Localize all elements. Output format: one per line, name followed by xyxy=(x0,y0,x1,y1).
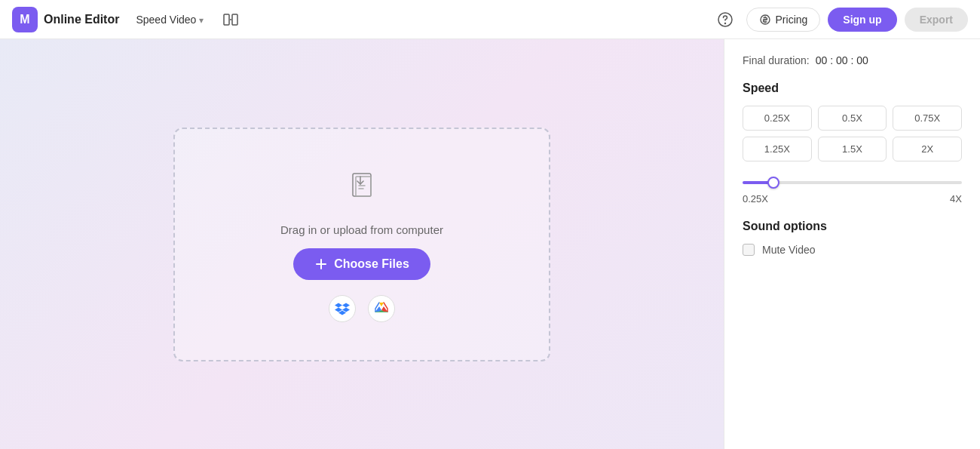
speed-btn-0.5x[interactable]: 0.5X xyxy=(818,106,887,131)
app-name: Online Editor xyxy=(44,13,119,26)
nav-item-label: Speed Video xyxy=(136,14,196,26)
split-view-icon[interactable] xyxy=(220,9,241,30)
slider-labels: 0.25X 4X xyxy=(743,193,962,205)
speed-btn-1.25x[interactable]: 1.25X xyxy=(743,137,812,161)
pricing-label: Pricing xyxy=(776,14,808,26)
mute-row: Mute Video xyxy=(743,244,962,256)
choose-files-label: Choose Files xyxy=(334,257,409,271)
slider-max-label: 4X xyxy=(950,193,962,205)
mute-checkbox[interactable] xyxy=(743,244,755,256)
speed-slider-container xyxy=(743,174,962,187)
pricing-button[interactable]: Pricing xyxy=(746,8,821,32)
slider-min-label: 0.25X xyxy=(743,193,768,205)
final-duration-row: Final duration: 00 : 00 : 00 xyxy=(743,54,962,66)
speed-slider[interactable] xyxy=(743,181,962,184)
canvas-area: Drag in or upload from computer Choose F… xyxy=(0,39,724,449)
upload-drop-zone[interactable]: Drag in or upload from computer Choose F… xyxy=(173,128,550,361)
export-button: Export xyxy=(905,8,968,32)
header-right: Pricing Sign up Export xyxy=(712,6,968,33)
speed-options-grid: 0.25X 0.5X 0.75X 1.25X 1.5X 2X xyxy=(743,106,962,161)
right-panel: Final duration: 00 : 00 : 00 Speed 0.25X… xyxy=(724,39,980,449)
svg-point-3 xyxy=(724,23,725,23)
speed-video-dropdown[interactable]: Speed Video xyxy=(128,9,211,30)
cloud-service-icons xyxy=(329,295,395,322)
svg-rect-8 xyxy=(356,177,371,196)
dropbox-icon[interactable] xyxy=(329,295,356,322)
dropdown-chevron-icon xyxy=(199,14,204,26)
speed-btn-1.5x[interactable]: 1.5X xyxy=(818,137,887,161)
help-icon-button[interactable] xyxy=(712,6,739,33)
svg-rect-0 xyxy=(224,14,229,25)
logo-link[interactable]: M Online Editor xyxy=(12,7,119,32)
speed-btn-0.25x[interactable]: 0.25X xyxy=(743,106,812,131)
upload-label: Drag in or upload from computer xyxy=(280,223,443,236)
speed-section-title: Speed xyxy=(743,81,962,95)
svg-rect-1 xyxy=(232,14,237,25)
main-layout: Drag in or upload from computer Choose F… xyxy=(0,39,980,449)
final-duration-value: 00 : 00 : 00 xyxy=(816,54,868,66)
signup-button[interactable]: Sign up xyxy=(828,8,896,32)
speed-btn-0.75x[interactable]: 0.75X xyxy=(893,106,962,131)
logo-icon: M xyxy=(12,7,38,32)
google-drive-icon[interactable] xyxy=(368,295,395,322)
upload-icon xyxy=(341,166,383,211)
final-duration-label: Final duration: xyxy=(743,54,810,66)
mute-label: Mute Video xyxy=(762,244,816,256)
header: M Online Editor Speed Video xyxy=(0,0,980,39)
sound-section-title: Sound options xyxy=(743,220,962,233)
choose-files-button[interactable]: Choose Files xyxy=(293,248,430,280)
speed-btn-2x[interactable]: 2X xyxy=(893,137,962,161)
